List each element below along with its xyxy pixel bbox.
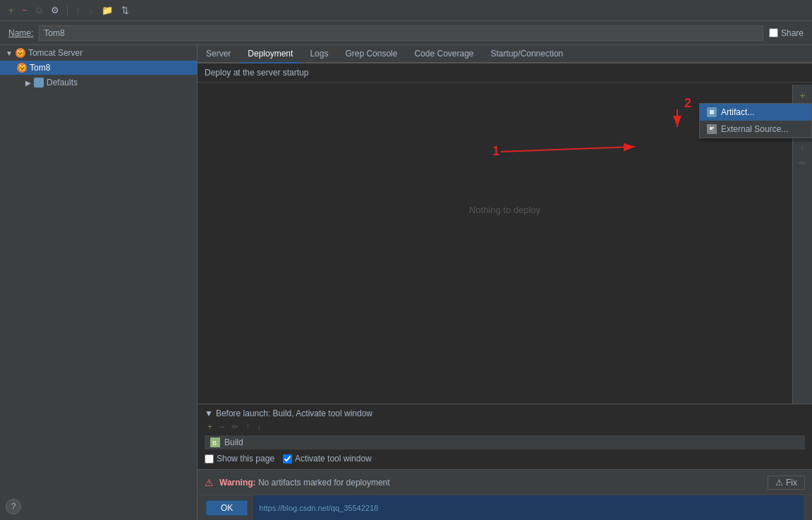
share-label: Share bbox=[781, 28, 804, 38]
sidebar-tomcat-label: Tomcat Server bbox=[28, 48, 83, 58]
dropdown-external-source-label: External Source... bbox=[721, 124, 788, 134]
tab-grep-console[interactable]: Grep Console bbox=[337, 45, 406, 64]
before-launch-toolbar: + − ✏ ↑ ↓ bbox=[205, 421, 805, 433]
dropdown-artifact-label: Artifact... bbox=[721, 107, 754, 117]
defaults-icon bbox=[34, 78, 44, 87]
tomcat-icon: 🐱 bbox=[16, 48, 25, 58]
tab-server[interactable]: Server bbox=[198, 45, 239, 64]
move-down-button[interactable]: ↓ bbox=[86, 4, 97, 17]
sidebar-tomcat-server[interactable]: ▼ 🐱 Tomcat Server bbox=[0, 45, 197, 61]
add-deployment-button[interactable]: + bbox=[795, 87, 811, 103]
deployment-area: Deploy at the server startup Nothing to … bbox=[198, 64, 812, 404]
fix-warning-icon: ⚠ bbox=[775, 478, 783, 488]
folder-button[interactable]: 📁 bbox=[99, 4, 116, 17]
tab-logs[interactable]: Logs bbox=[301, 45, 337, 64]
before-launch-remove-btn: − bbox=[217, 421, 227, 433]
warning-icon: ⚠ bbox=[205, 477, 214, 488]
before-launch-up-btn: ↑ bbox=[243, 421, 253, 433]
bottom-bar: ⚠ Warning: No artifacts marked for deplo… bbox=[198, 469, 812, 495]
fix-label: Fix bbox=[786, 478, 797, 488]
top-toolbar: + − ⧉ ⚙ ↑ ↓ 📁 ⇅ bbox=[0, 0, 812, 21]
name-label: Name: bbox=[8, 28, 33, 38]
sidebar-defaults[interactable]: ▶ Defaults bbox=[0, 75, 197, 90]
warning-message: No artifacts marked for deployment bbox=[256, 478, 390, 488]
tab-code-coverage[interactable]: Code Coverage bbox=[406, 45, 482, 64]
dropdown-external-source-item[interactable]: External Source... bbox=[700, 121, 811, 138]
edit-deployment-button: ✏ bbox=[795, 155, 811, 171]
share-checkbox-row: Share bbox=[769, 28, 804, 38]
settings-config-button[interactable]: ⚙ bbox=[48, 4, 62, 17]
toolbar-separator-1 bbox=[67, 5, 68, 16]
build-item: B Build bbox=[205, 435, 805, 449]
sidebar-defaults-label: Defaults bbox=[47, 78, 78, 87]
deploy-header: Deploy at the server startup bbox=[198, 64, 812, 83]
sidebar-item-tom8[interactable]: 🐱 Tom8 bbox=[0, 61, 197, 75]
before-launch-arrow-icon: ▼ bbox=[205, 409, 213, 418]
url-text: https://blog.csdn.net/qq_35542218 bbox=[259, 504, 378, 512]
activate-tool-window-label: Activate tool window bbox=[295, 454, 372, 464]
dropdown-artifact-item[interactable]: Artifact... bbox=[700, 104, 811, 121]
sidebar: ▼ 🐱 Tomcat Server 🐱 Tom8 ▶ Defaults bbox=[0, 45, 198, 520]
copy-config-button[interactable]: ⧉ bbox=[33, 4, 45, 18]
defaults-arrow-icon: ▶ bbox=[25, 79, 31, 87]
build-icon: B bbox=[210, 437, 220, 447]
warning-text: Warning: No artifacts marked for deploym… bbox=[219, 478, 762, 488]
name-row: Name: Share bbox=[0, 21, 812, 45]
fix-button[interactable]: ⚠ Fix bbox=[768, 476, 805, 490]
collapse-arrow-icon: ▼ bbox=[6, 49, 13, 57]
sort-button[interactable]: ⇅ bbox=[119, 4, 132, 17]
before-launch-label: Before launch: Build, Activate tool wind… bbox=[216, 409, 372, 418]
show-page-label: Show this page bbox=[217, 454, 274, 464]
dialog-footer: OK https://blog.csdn.net/qq_35542218 bbox=[198, 495, 812, 520]
build-label: Build bbox=[224, 437, 243, 447]
move-up-button[interactable]: ↑ bbox=[73, 4, 83, 17]
remove-config-button[interactable]: − bbox=[20, 4, 31, 17]
svg-text:B: B bbox=[212, 440, 217, 447]
show-page-checkbox[interactable] bbox=[205, 454, 214, 464]
before-launch-down-btn: ↓ bbox=[254, 421, 264, 433]
before-launch-edit-btn: ✏ bbox=[229, 421, 241, 433]
tabs-row: Server Deployment Logs Grep Console Code… bbox=[198, 45, 812, 64]
move-deploy-down-button: ↓ bbox=[795, 138, 811, 154]
sidebar-tom8-label: Tom8 bbox=[30, 63, 50, 73]
external-source-icon bbox=[707, 124, 717, 134]
before-launch-add-btn[interactable]: + bbox=[205, 421, 215, 433]
artifact-icon bbox=[707, 107, 717, 117]
ok-button[interactable]: OK bbox=[206, 500, 248, 516]
activate-tool-window-checkbox-item: Activate tool window bbox=[283, 454, 372, 464]
name-input[interactable] bbox=[39, 25, 763, 41]
add-dropdown-menu: Artifact... External Source... bbox=[699, 103, 812, 138]
checkbox-row: Show this page Activate tool window bbox=[205, 452, 805, 465]
tab-deployment[interactable]: Deployment bbox=[239, 45, 301, 64]
before-launch-header: ▼ Before launch: Build, Activate tool wi… bbox=[205, 409, 805, 418]
tab-startup-connection[interactable]: Startup/Connection bbox=[483, 45, 572, 64]
main-content: ▼ 🐱 Tomcat Server 🐱 Tom8 ▶ Defaults Serv… bbox=[0, 45, 812, 520]
add-config-button[interactable]: + bbox=[6, 4, 17, 17]
show-page-checkbox-item: Show this page bbox=[205, 454, 274, 464]
warning-prefix: Warning: bbox=[219, 478, 256, 488]
share-checkbox[interactable] bbox=[769, 28, 778, 37]
help-button[interactable]: ? bbox=[6, 499, 21, 514]
right-panel: Server Deployment Logs Grep Console Code… bbox=[198, 45, 812, 520]
tom8-server-icon: 🐱 bbox=[17, 63, 27, 73]
before-launch-section: ▼ Before launch: Build, Activate tool wi… bbox=[198, 404, 812, 469]
url-bar: https://blog.csdn.net/qq_35542218 bbox=[253, 495, 804, 520]
activate-tool-window-checkbox[interactable] bbox=[283, 454, 292, 464]
